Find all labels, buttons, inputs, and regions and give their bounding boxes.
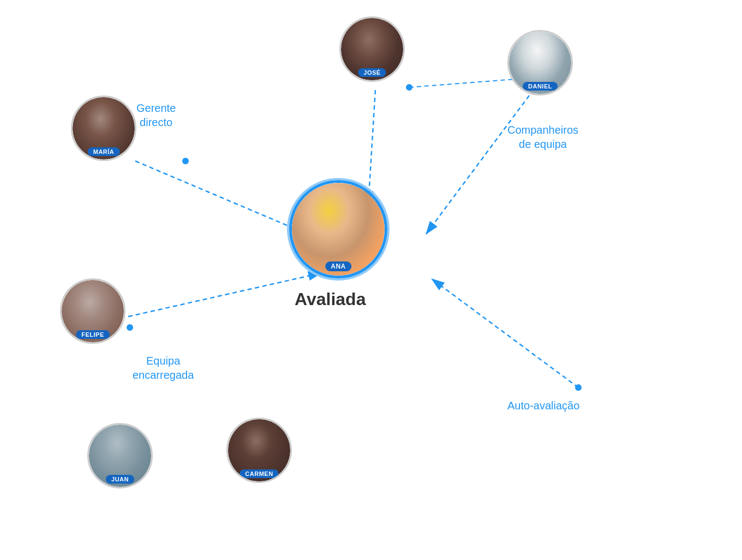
avaliada-label: Avaliada <box>295 289 366 309</box>
companheiros-label: Companheiros de equipa <box>507 123 578 151</box>
node-maria[interactable]: MARÍA <box>71 96 136 161</box>
svg-point-9 <box>575 384 582 391</box>
equipa-label: Equipa encarregada <box>133 354 194 382</box>
node-daniel[interactable]: DANIEL <box>507 30 573 96</box>
node-juan[interactable]: JUAN <box>87 423 153 488</box>
svg-line-6 <box>409 79 516 87</box>
carmen-avatar: CARMEN <box>226 418 292 483</box>
maria-name-badge: MARÍA <box>88 147 120 156</box>
maria-avatar: MARÍA <box>71 96 136 161</box>
svg-line-4 <box>431 278 578 388</box>
ana-avatar: ANA <box>289 180 387 278</box>
juan-avatar: JUAN <box>87 423 153 488</box>
svg-point-8 <box>127 324 133 331</box>
node-felipe[interactable]: FELIPE <box>60 278 125 344</box>
auto-avaliacao-label: Auto-avaliação <box>507 398 579 413</box>
node-carmen[interactable]: CARMEN <box>226 418 292 483</box>
diagram-container: ANA Avaliada JOSÉ DANIEL MARÍA FEL <box>0 0 742 560</box>
daniel-avatar: DANIEL <box>507 30 573 96</box>
felipe-name-badge: FELIPE <box>76 330 110 339</box>
daniel-name-badge: DANIEL <box>523 82 558 91</box>
gerente-directo-label: Gerente directo <box>136 101 176 129</box>
svg-line-3 <box>128 273 322 317</box>
carmen-name-badge: CARMEN <box>240 469 278 478</box>
center-node-ana[interactable]: ANA <box>289 180 387 278</box>
felipe-avatar: FELIPE <box>60 278 125 344</box>
svg-point-7 <box>182 158 189 164</box>
juan-name-badge: JUAN <box>106 475 134 484</box>
jose-name-badge: JOSÉ <box>358 68 386 77</box>
node-jose[interactable]: JOSÉ <box>339 16 405 82</box>
svg-line-2 <box>426 96 529 235</box>
jose-avatar: JOSÉ <box>339 16 405 82</box>
svg-point-5 <box>406 84 412 91</box>
ana-name-badge: ANA <box>325 261 351 271</box>
